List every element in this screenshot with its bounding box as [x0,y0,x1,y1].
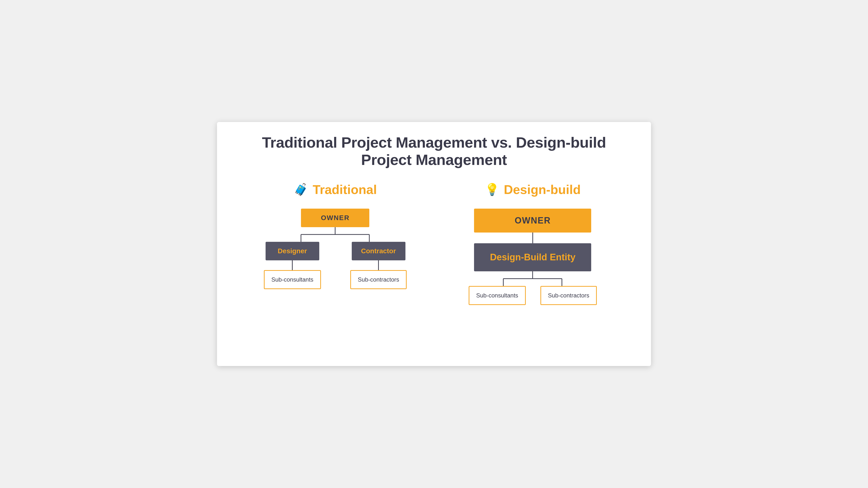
sub-consultants-box-db: Sub-consultants [469,286,526,305]
designer-label: Designer [278,247,307,255]
designer-box: Designer [266,242,319,260]
sub-contractors-box-trad: Sub-contractors [350,270,407,289]
trad-contractor-branch: Contractor Sub-contractors [350,242,407,289]
trad-level2-row: Designer Sub-consultants Contractor [244,242,426,289]
traditional-header: 🧳 Traditional [293,182,377,197]
sub-contractors-label-db: Sub-contractors [548,292,589,299]
briefcase-icon: 🧳 [293,183,308,196]
designbuild-owner-box: OWNER [474,208,591,232]
title-line1: Traditional Project Management vs. Desig… [262,134,606,151]
traditional-column: 🧳 Traditional OWNER [244,182,426,289]
db-owner-connector [532,232,533,243]
columns: 🧳 Traditional OWNER [237,182,631,356]
designbuild-org-chart: OWNER Design-Build Entity [442,208,623,305]
contractor-box: Contractor [352,242,405,260]
designbuild-header: 💡 Design-build [485,182,581,197]
db-leaves-row: Sub-consultants Sub-contractors [442,286,623,305]
slide-title: Traditional Project Management vs. Desig… [262,134,606,169]
traditional-title: Traditional [313,182,377,197]
trad-designer-branch: Designer Sub-consultants [264,242,321,289]
entity-label: Design-Build Entity [490,252,575,262]
sub-consultants-label-trad: Sub-consultants [272,276,313,283]
sub-contractors-box-db: Sub-contractors [540,286,597,305]
sub-consultants-box-trad: Sub-consultants [264,270,321,289]
title-line2: Project Management [361,151,507,168]
traditional-org-chart: OWNER Designer [244,208,426,289]
entity-box: Design-Build Entity [474,243,591,271]
sub-consultants-label-db: Sub-consultants [476,292,518,299]
db-entity-connector-svg [479,271,586,286]
sub-contractors-label-trad: Sub-contractors [358,276,399,283]
slide: Traditional Project Management vs. Desig… [217,122,651,366]
traditional-owner-box: OWNER [301,208,369,227]
contractor-label: Contractor [361,247,396,255]
designbuild-column: 💡 Design-build OWNER Design-Build Entity [442,182,623,305]
designbuild-title: Design-build [504,182,581,197]
trad-connector-svg [281,227,389,242]
lightbulb-icon: 💡 [485,183,499,196]
designer-connector [292,260,293,270]
contractor-connector [378,260,379,270]
